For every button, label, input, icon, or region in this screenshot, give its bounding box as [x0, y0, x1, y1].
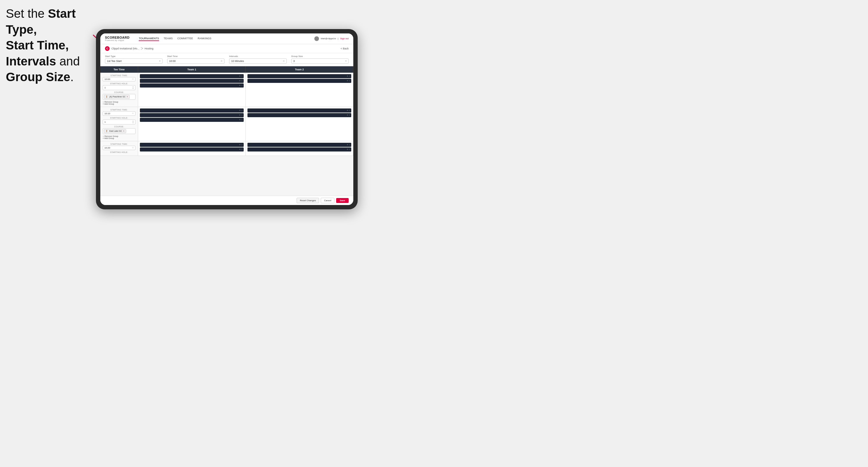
start-type-chevron: ▾ — [159, 60, 160, 62]
hole-stepper-2[interactable]: ▲ ▼ — [132, 120, 134, 124]
start-type-select[interactable]: 1st Tee Start ▾ — [105, 58, 162, 64]
course-tag-1: 🏌 (A) Peachtree GC × — [104, 95, 130, 99]
user-avatar — [314, 36, 319, 41]
group-size-group: Group Size 3 ▾ — [291, 55, 349, 64]
tee-time-cell-2: STARTING TIME: 10:10 ⊙ STARTING HOLE: 1 … — [100, 107, 138, 141]
tablet-screen: SCOREBOARD Powered by clippd TOURNAMENTS… — [100, 33, 353, 205]
tablet-frame: SCOREBOARD Powered by clippd TOURNAMENTS… — [96, 29, 358, 209]
p-x-3-1-2[interactable]: × — [239, 148, 241, 150]
start-time-select[interactable]: 10:00 ⊙ — [167, 58, 225, 64]
p-x-2-1-2[interactable]: × — [239, 114, 241, 116]
starting-time-input-2[interactable]: 10:10 ⊙ — [103, 112, 135, 116]
starting-hole-input-1[interactable]: 1 ▲ ▼ — [103, 85, 135, 90]
p-o-2-1-1: ○ — [241, 109, 243, 112]
nav-rankings[interactable]: RANKINGS — [198, 36, 211, 41]
start-type-value: 1st Tee Start — [107, 60, 122, 63]
col-team1: Team 1 — [138, 66, 246, 73]
starting-time-input-3[interactable]: 10:20 ⊙ — [103, 146, 135, 150]
intervals-select[interactable]: 10 Minutes ⊙ — [229, 58, 287, 64]
team1-cell-2: × ○ × ○ × ○ — [138, 107, 246, 141]
starting-hole-label-3: STARTING HOLE: — [103, 151, 135, 153]
p-o-2-c: ○ — [241, 119, 243, 121]
annotation-text: Set the Start Type, Start Time, Interval… — [6, 6, 105, 85]
starting-time-input-1[interactable]: 10:00 ⊙ — [103, 77, 135, 82]
player-row-2-t2-1: × ○ — [247, 108, 351, 113]
breadcrumb-section: Hosting — [145, 47, 154, 50]
starting-time-label-1: STARTING TIME: — [103, 74, 135, 76]
add-group-btn-2[interactable]: + Add Group — [103, 137, 135, 139]
p-x-3-2-2[interactable]: × — [347, 148, 348, 150]
group-size-select[interactable]: 3 ▾ — [291, 58, 349, 64]
col-tee-time: Tee Time — [100, 66, 138, 73]
p-x-2-2-1[interactable]: × — [347, 109, 348, 112]
hole-stepper-1[interactable]: ▲ ▼ — [132, 86, 134, 89]
player-x-icon[interactable]: × — [239, 75, 241, 77]
player-row-3-t2-1: × ○ — [247, 143, 351, 147]
course-input-2[interactable]: 🏌 East Lake GC × — [103, 128, 135, 134]
player-row-1-t1-2: × ○ — [140, 79, 244, 83]
nav-tournaments[interactable]: TOURNAMENTS — [139, 36, 159, 41]
player-row-1-t2-1: × ○ — [247, 74, 351, 78]
starting-hole-label-1: STARTING HOLE: — [103, 83, 135, 85]
remove-group-btn-1[interactable]: ○ Remove Group — [103, 101, 135, 103]
start-time-group: Start Time 10:00 ⊙ — [167, 55, 225, 64]
player-o-icon-c: ○ — [241, 84, 243, 86]
player-o-t2-1: ○ — [349, 75, 350, 77]
player-row-3-t1-1: × ○ — [140, 143, 244, 147]
p-x-3-1-1[interactable]: × — [239, 144, 241, 146]
remove-course-1[interactable]: × — [127, 96, 128, 98]
start-type-group: Start Type 1st Tee Start ▾ — [105, 55, 162, 64]
intervals-chevron: ⊙ — [283, 60, 285, 62]
remove-course-2[interactable]: × — [123, 130, 124, 132]
player-row-1-t2-2: × ○ — [247, 79, 351, 83]
p-x-2-c[interactable]: × — [239, 119, 241, 121]
settings-row: Start Type 1st Tee Start ▾ Start Time 10… — [100, 53, 353, 66]
player-x-t2-1[interactable]: × — [347, 75, 348, 77]
player-row-2-t1-course: × ○ — [140, 118, 244, 122]
user-email: blair@clippd.io — [321, 37, 336, 40]
schedule-table: Tee Time Team 1 Team 2 STARTING TIME: 10… — [100, 66, 353, 196]
p-o-3-2-2: ○ — [349, 148, 350, 150]
p-x-3-2-1[interactable]: × — [347, 144, 348, 146]
clippd-logo-icon: C — [105, 46, 110, 51]
p-x-2-2-2[interactable]: × — [347, 114, 348, 116]
breadcrumb-tournament[interactable]: Clippd Invitational (Mo... — [112, 47, 140, 50]
group-size-chevron: ▾ — [345, 60, 347, 62]
p-o-3-2-1: ○ — [349, 144, 350, 146]
p-o-2-2-2: ○ — [349, 114, 350, 116]
cancel-button[interactable]: Cancel — [321, 198, 334, 203]
remove-group-btn-2[interactable]: ○ Remove Group — [103, 135, 135, 137]
footer-bar: Reset Changes Cancel Save — [100, 196, 353, 205]
team2-cell-1: × ○ × ○ — [246, 73, 353, 107]
intervals-value: 10 Minutes — [231, 60, 244, 63]
course-label-1: COURSE: — [103, 91, 135, 93]
nav-links: TOURNAMENTS TEAMS COMMITTEE RANKINGS — [139, 36, 211, 41]
course-label-2: COURSE: — [103, 126, 135, 128]
player-row-2-t2-2: × ○ — [247, 113, 351, 117]
player-x-icon-c[interactable]: × — [239, 84, 241, 86]
group-size-value: 3 — [293, 60, 295, 63]
nav-teams[interactable]: TEAMS — [164, 36, 173, 41]
reset-changes-button[interactable]: Reset Changes — [297, 198, 319, 203]
nav-bar: SCOREBOARD Powered by clippd TOURNAMENTS… — [100, 33, 353, 44]
tee-time-cell-1: STARTING TIME: 10:00 ⊙ STARTING HOLE: 1 … — [100, 73, 138, 107]
player-x-t2-2[interactable]: × — [347, 80, 348, 82]
save-button[interactable]: Save — [336, 198, 349, 203]
p-x-2-1-1[interactable]: × — [239, 109, 241, 112]
player-row-1-t1-1: × ○ — [140, 74, 244, 78]
player-x-icon-2[interactable]: × — [239, 80, 241, 82]
group-size-label: Group Size — [291, 55, 349, 58]
add-group-btn-1[interactable]: + Add Group — [103, 103, 135, 105]
app-logo: SCOREBOARD Powered by clippd — [105, 36, 129, 41]
player-o-icon: ○ — [241, 75, 243, 77]
p-o-2-1-2: ○ — [241, 114, 243, 116]
course-input-1[interactable]: 🏌 (A) Peachtree GC × — [103, 94, 135, 100]
col-team2: Team 2 — [246, 66, 353, 73]
sign-out-link[interactable]: Sign out — [340, 37, 349, 40]
nav-committee[interactable]: COMMITTEE — [177, 36, 193, 41]
nav-right: blair@clippd.io | Sign out — [314, 36, 349, 41]
team2-cell-2: × ○ × ○ — [246, 107, 353, 141]
starting-hole-input-2[interactable]: 1 ▲ ▼ — [103, 120, 135, 124]
player-row-2-t1-1: × ○ — [140, 108, 244, 113]
back-button[interactable]: < Back — [341, 47, 349, 50]
